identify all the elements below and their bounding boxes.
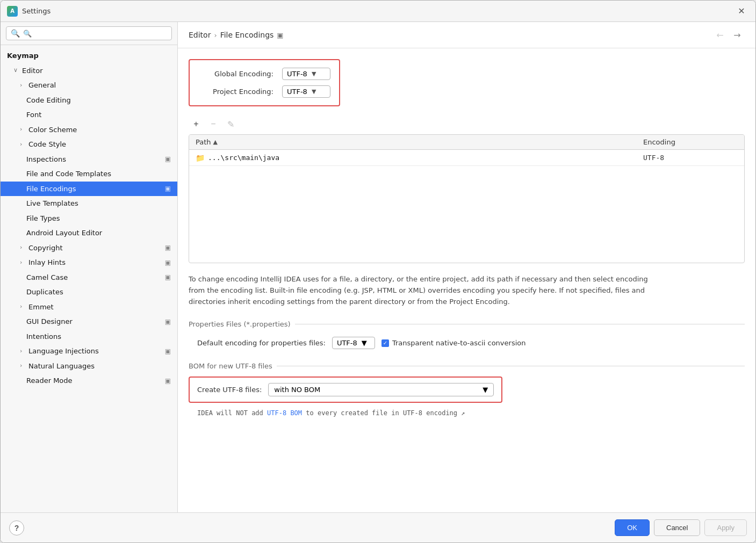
natural-languages-chevron: › [20, 361, 26, 371]
global-encoding-select[interactable]: UTF-8 ▼ [282, 68, 330, 80]
global-encoding-value: UTF-8 [287, 70, 307, 78]
table-empty-space [189, 166, 744, 263]
file-encodings-label: File Encodings [26, 184, 76, 194]
content-body: Global Encoding: UTF-8 ▼ Project Encodin… [178, 48, 755, 512]
intentions-label: Intentions [26, 331, 61, 342]
sidebar-item-file-types[interactable]: File Types [1, 211, 177, 226]
add-button[interactable]: + [189, 117, 204, 131]
gui-designer-icon: ▣ [165, 317, 171, 327]
code-style-label: Code Style [28, 139, 66, 150]
emmet-label: Emmet [28, 302, 54, 313]
apply-button[interactable]: Apply [704, 519, 747, 536]
sidebar-item-keymap[interactable]: Keymap [1, 48, 177, 63]
bom-note-prefix: IDEA will NOT add [197, 409, 267, 417]
sidebar-item-live-templates[interactable]: Live Templates [1, 196, 177, 211]
bom-value: with NO BOM [274, 386, 320, 394]
search-input[interactable] [23, 30, 167, 38]
sidebar-item-duplicates[interactable]: Duplicates [1, 285, 177, 300]
project-encoding-select[interactable]: UTF-8 ▼ [282, 85, 330, 98]
col-header-encoding: Encoding [637, 135, 744, 149]
bom-note-link[interactable]: UTF-8 BOM [267, 409, 302, 417]
editor-chevron: ∨ [13, 66, 20, 75]
bom-select[interactable]: with NO BOM ▼ [268, 383, 494, 396]
copyright-label: Copyright [28, 243, 63, 254]
sidebar-item-copyright[interactable]: › Copyright ▣ [1, 241, 177, 256]
bom-section-title: BOM for new UTF-8 files [189, 362, 745, 370]
encoding-box: Global Encoding: UTF-8 ▼ Project Encodin… [189, 59, 340, 106]
search-wrap[interactable]: 🔍 [6, 26, 172, 40]
close-button[interactable]: ✕ [734, 4, 749, 19]
sidebar-item-file-code-templates[interactable]: File and Code Templates [1, 166, 177, 182]
sidebar-item-intentions[interactable]: Intentions [1, 329, 177, 344]
transparent-conversion-label: Transparent native-to-ascii conversion [392, 339, 526, 347]
sidebar-item-gui-designer[interactable]: GUI Designer ▣ [1, 314, 177, 329]
search-bar: 🔍 [1, 22, 177, 45]
duplicates-label: Duplicates [26, 287, 63, 298]
sidebar-item-font[interactable]: Font [1, 107, 177, 122]
bom-note-suffix: to every created file in UTF-8 encoding … [302, 409, 465, 417]
settings-window: A Settings ✕ 🔍 Keymap ∨ Editor [0, 0, 756, 543]
nav-arrows: ← → [712, 27, 745, 42]
encoding-table: Path ▲ Encoding 📁 ...\src\main\java UTF-… [189, 134, 745, 263]
sidebar-item-camel-case[interactable]: Camel Case ▣ [1, 270, 177, 285]
general-chevron: › [20, 81, 26, 90]
sidebar-item-general[interactable]: › General [1, 78, 177, 93]
project-encoding-row: Project Encoding: UTF-8 ▼ [198, 85, 330, 98]
footer-left: ? [9, 520, 24, 535]
search-icon: 🔍 [11, 29, 20, 38]
code-editing-label: Code Editing [26, 95, 71, 106]
breadcrumb-sep: › [214, 31, 217, 39]
project-encoding-label: Project Encoding: [198, 88, 273, 96]
camel-case-icon: ▣ [165, 272, 171, 282]
file-code-templates-label: File and Code Templates [26, 169, 111, 179]
path-value: ...\src\main\java [208, 154, 279, 162]
sidebar-item-code-editing[interactable]: Code Editing [1, 93, 177, 108]
inspections-label: Inspections [26, 154, 66, 165]
sidebar-item-inspections[interactable]: Inspections ▣ [1, 152, 177, 167]
language-injections-icon: ▣ [165, 346, 171, 356]
sidebar-item-inlay-hints[interactable]: › Inlay Hints ▣ [1, 255, 177, 270]
properties-encoding-arrow: ▼ [362, 339, 367, 347]
info-text: To change encoding IntelliJ IDEA uses fo… [189, 274, 651, 307]
keymap-label: Keymap [7, 50, 39, 61]
language-injections-label: Language Injections [28, 346, 99, 357]
table-row[interactable]: 📁 ...\src\main\java UTF-8 [189, 150, 744, 166]
content-header: Editor › File Encodings ▣ ← → [178, 22, 755, 48]
nav-back-button[interactable]: ← [712, 27, 728, 42]
sidebar-item-file-encodings[interactable]: File Encodings ▣ [1, 182, 177, 197]
breadcrumb: Editor › File Encodings ▣ [189, 31, 284, 39]
remove-button[interactable]: − [206, 117, 221, 131]
footer: ? OK Cancel Apply [1, 512, 755, 542]
sidebar-item-reader-mode[interactable]: Reader Mode ▣ [1, 373, 177, 388]
transparent-conversion-checkbox[interactable]: ✓ Transparent native-to-ascii conversion [381, 339, 526, 347]
properties-encoding-select[interactable]: UTF-8 ▼ [332, 337, 375, 349]
natural-languages-label: Natural Languages [28, 361, 95, 372]
android-layout-editor-label: Android Layout Editor [26, 228, 102, 238]
sidebar-item-natural-languages[interactable]: › Natural Languages [1, 359, 177, 374]
cancel-button[interactable]: Cancel [654, 519, 700, 536]
emmet-chevron: › [20, 302, 26, 312]
project-encoding-value: UTF-8 [287, 88, 307, 96]
table-header: Path ▲ Encoding [189, 135, 744, 150]
main-content: 🔍 Keymap ∨ Editor › General [1, 22, 755, 512]
general-label: General [28, 80, 56, 91]
folder-icon: 📁 [196, 154, 205, 162]
help-button[interactable]: ? [9, 520, 24, 535]
table-cell-encoding: UTF-8 [637, 151, 744, 164]
global-encoding-row: Global Encoding: UTF-8 ▼ [198, 68, 330, 80]
live-templates-label: Live Templates [26, 198, 78, 209]
ok-button[interactable]: OK [615, 519, 650, 536]
inlay-hints-icon: ▣ [165, 258, 171, 267]
edit-button[interactable]: ✎ [223, 117, 238, 131]
table-cell-path: 📁 ...\src\main\java [189, 151, 637, 165]
window-title: Settings [22, 7, 734, 15]
sidebar-item-language-injections[interactable]: › Language Injections ▣ [1, 344, 177, 359]
sidebar-item-emmet[interactable]: › Emmet [1, 300, 177, 315]
sidebar-item-android-layout-editor[interactable]: Android Layout Editor [1, 226, 177, 241]
breadcrumb-part1: Editor [189, 31, 211, 39]
sidebar-item-editor[interactable]: ∨ Editor [1, 63, 177, 78]
nav-forward-button[interactable]: → [730, 27, 745, 42]
sidebar-item-color-scheme[interactable]: › Color Scheme [1, 122, 177, 137]
bom-label: Create UTF-8 files: [197, 386, 262, 394]
sidebar-item-code-style[interactable]: › Code Style [1, 137, 177, 152]
